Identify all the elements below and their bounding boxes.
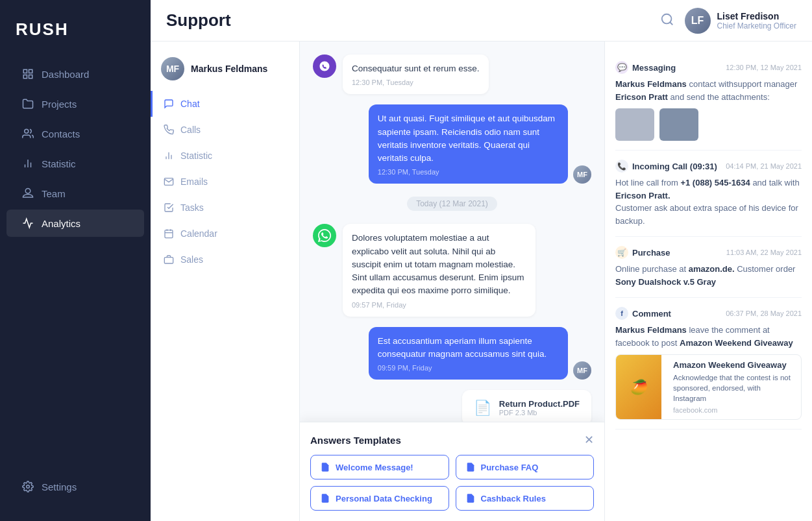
- sidebar-item-projects[interactable]: Projects: [6, 90, 144, 117]
- amazon-title: Amazon Weekend Giveaway: [673, 360, 796, 370]
- attachment-image: [659, 108, 698, 141]
- contact-name: Markus Feldmans: [191, 64, 267, 74]
- subnav-label: Tasks: [180, 202, 204, 213]
- message-text: Dolores voluptatem molestiae a aut expli…: [352, 232, 526, 297]
- svg-point-4: [25, 129, 29, 133]
- svg-point-9: [661, 14, 671, 24]
- activity-time: 11:03 AM, 22 May 2021: [726, 248, 802, 256]
- message-bubble: Dolores voluptatem molestiae a aut expli…: [343, 224, 535, 316]
- answers-header: Answers Templates ✕: [310, 433, 594, 447]
- svg-rect-2: [23, 75, 27, 79]
- attachment-image: [615, 108, 654, 141]
- message-time: 12:30 PM, Tuesday: [352, 79, 480, 86]
- subnav-item-sales[interactable]: Sales: [151, 247, 299, 273]
- subnav-item-statistic[interactable]: Statistic: [151, 143, 299, 169]
- sender-avatar: MF: [573, 361, 591, 380]
- sidebar-item-label: Team: [42, 188, 66, 199]
- answers-templates-panel: Answers Templates ✕ Welcome Message! Pur…: [300, 422, 604, 521]
- template-personal-data-button[interactable]: Personal Data Checking: [310, 486, 449, 511]
- avatar: LF: [685, 8, 711, 34]
- svg-rect-14: [165, 230, 173, 238]
- activity-text: Online purchase at amazon.de. Customer o…: [615, 263, 802, 288]
- subnav-item-emails[interactable]: Emails: [151, 169, 299, 195]
- svg-rect-3: [29, 75, 32, 79]
- tasks-icon: [164, 202, 174, 213]
- message-time: 12:30 PM, Tuesday: [378, 168, 559, 176]
- amazon-card: 🥭 Amazon Weekend Giveaway Acknowledge th…: [615, 354, 802, 420]
- sidebar-item-contacts[interactable]: Contacts: [6, 120, 144, 147]
- template-cashback-button[interactable]: Cashback Rules: [456, 486, 595, 511]
- message-time: 09:59 PM, Friday: [378, 364, 559, 372]
- activity-type: 🛒 Purchase: [615, 246, 671, 259]
- template-welcome-button[interactable]: Welcome Message!: [310, 455, 449, 479]
- message-text: Ut aut quasi. Fugit similique et aut qui…: [378, 112, 559, 165]
- purchase-icon: 🛒: [615, 246, 628, 259]
- file-info: Return Product.PDF PDF 2.3 Mb: [499, 399, 580, 417]
- right-panel: 💬 Messaging 12:30 PM, 12 May 2021 Markus…: [604, 42, 812, 521]
- activity-type: f Comment: [615, 307, 671, 320]
- svg-rect-18: [164, 258, 173, 263]
- topbar: Support LF Liset Fredison Chief Marketin…: [151, 0, 812, 42]
- message-text: Est accusantium aperiam illum sapiente c…: [378, 335, 559, 361]
- sidebar-item-statistic[interactable]: Statistic: [6, 150, 144, 177]
- message-bubble: Est accusantium aperiam illum sapiente c…: [369, 327, 568, 380]
- message-bubble: Consequatur sunt et rerum esse. 12:30 PM…: [343, 55, 489, 94]
- close-templates-button[interactable]: ✕: [584, 433, 594, 447]
- activity-type-label: Messaging: [632, 63, 676, 73]
- activity-text: Hot line call from +1 (088) 545-1634 and…: [615, 176, 802, 227]
- template-label: Personal Data Checking: [336, 494, 432, 503]
- viber-icon: [313, 55, 336, 78]
- sidebar-settings: Settings: [0, 459, 151, 508]
- sidebar-nav: Dashboard Projects Contacts Statistic Te…: [0, 59, 151, 508]
- subnav-label: Sales: [180, 254, 203, 265]
- file-icon: 📄: [474, 400, 491, 417]
- search-button[interactable]: [660, 12, 674, 29]
- activity-type: 💬 Messaging: [615, 61, 676, 74]
- activity-header: 💬 Messaging 12:30 PM, 12 May 2021: [615, 61, 802, 74]
- sidebar: RUSH Dashboard Projects Contacts Statist…: [0, 0, 151, 521]
- subnav-item-tasks[interactable]: Tasks: [151, 195, 299, 221]
- sidebar-item-analytics[interactable]: Analytics: [6, 210, 144, 237]
- subnav-item-calendar[interactable]: Calendar: [151, 221, 299, 247]
- amazon-desc: Acknowledge that the contest is not spon…: [673, 372, 796, 404]
- topbar-right: LF Liset Fredison Chief Marketing Office…: [660, 8, 797, 34]
- settings-icon: [22, 481, 34, 492]
- sidebar-item-settings[interactable]: Settings: [6, 473, 144, 500]
- subnav-item-calls[interactable]: Calls: [151, 117, 299, 143]
- user-text: Liset Fredison Chief Marketing Officer: [717, 11, 797, 30]
- sidebar-item-label: Dashboard: [42, 69, 89, 80]
- sidebar-item-team[interactable]: Team: [6, 180, 144, 207]
- activity-text: Markus Feldmans leave the comment at fac…: [615, 324, 802, 349]
- whatsapp-icon: [313, 224, 336, 247]
- subnav-label: Chat: [180, 99, 200, 109]
- chat-area: Consequatur sunt et rerum esse. 12:30 PM…: [300, 42, 604, 521]
- main-content: Support LF Liset Fredison Chief Marketin…: [151, 0, 812, 521]
- template-icon: [320, 493, 330, 503]
- template-icon: [465, 493, 476, 503]
- sidebar-item-label: Statistic: [42, 158, 76, 169]
- user-info: LF Liset Fredison Chief Marketing Office…: [685, 8, 797, 34]
- activity-item: 📞 Incoming Call (09:31) 04:14 PM, 21 May…: [615, 151, 802, 237]
- subnav-label: Emails: [180, 176, 208, 187]
- sidebar-item-label: Contacts: [42, 128, 80, 139]
- subnav-item-chat[interactable]: Chat: [151, 91, 299, 117]
- template-purchase-faq-button[interactable]: Purchase FAQ: [456, 455, 595, 479]
- message-bubble: Ut aut quasi. Fugit similique et aut qui…: [369, 104, 568, 184]
- activity-item: 🛒 Purchase 11:03 AM, 22 May 2021 Online …: [615, 237, 802, 298]
- activity-type: 📞 Incoming Call (09:31): [615, 160, 717, 173]
- message-text: Consequatur sunt et rerum esse.: [352, 62, 480, 75]
- activity-type-label: Comment: [632, 309, 671, 319]
- sidebar-item-dashboard[interactable]: Dashboard: [6, 60, 144, 88]
- amazon-content: Amazon Weekend Giveaway Acknowledge that…: [668, 355, 801, 419]
- subnav-label: Calendar: [180, 228, 217, 239]
- file-attachment[interactable]: 📄 Return Product.PDF PDF 2.3 Mb: [462, 390, 591, 426]
- message-sent: Est accusantium aperiam illum sapiente c…: [369, 327, 591, 380]
- messaging-icon: 💬: [615, 61, 628, 74]
- dashboard-icon: [22, 68, 34, 80]
- amazon-image: 🥭: [616, 355, 661, 419]
- activity-images: [615, 108, 802, 141]
- content-area: MF Markus Feldmans Chat Calls Statistic …: [151, 42, 812, 521]
- template-label: Cashback Rules: [481, 494, 546, 503]
- template-grid: Welcome Message! Purchase FAQ Personal D…: [310, 455, 594, 511]
- page-title: Support: [166, 10, 231, 30]
